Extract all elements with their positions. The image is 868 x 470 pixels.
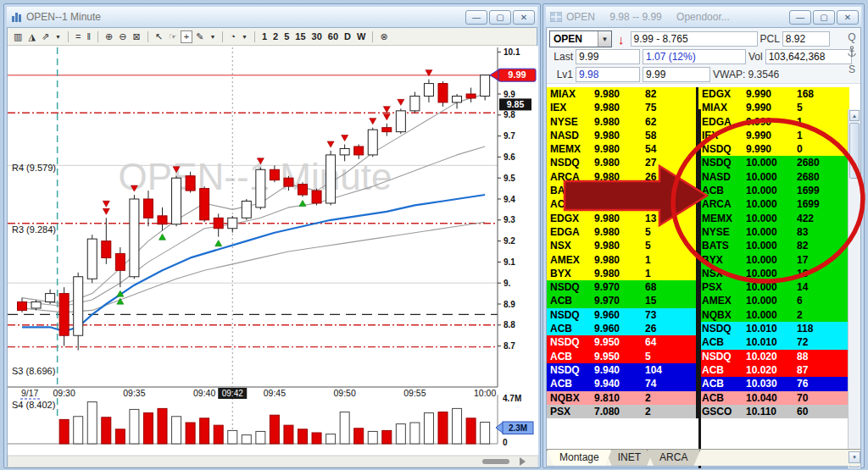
tab-arca[interactable]: ARCA [647, 450, 700, 466]
pointer-tool-icon[interactable]: ↖ [153, 31, 165, 42]
bid-row[interactable]: NSDQ9.98027 [547, 156, 696, 169]
hi-lo-field[interactable]: 9.99 - 8.765 [631, 31, 758, 47]
bid-row[interactable]: NSDQ9.97068 [547, 280, 696, 294]
ask-row[interactable]: ACB10.01072 [698, 335, 849, 349]
close-button[interactable]: ✕ [837, 10, 859, 25]
timeframe-button-5[interactable]: 5 [281, 30, 292, 42]
bid-row[interactable]: BYX9.9801 [547, 267, 696, 280]
chart-window-titlebar[interactable]: OPEN--1 Minute —▢✕ [7, 7, 537, 27]
pcl-field[interactable]: 8.92 [782, 31, 830, 47]
bid-row[interactable]: BATS9.98025 [547, 184, 696, 197]
pan-hand-icon[interactable]: ☞ [166, 31, 180, 42]
line-chart-icon[interactable]: ⇗ [39, 31, 52, 42]
bid-row[interactable]: NSX9.9805 [547, 239, 696, 252]
tab-scroll-button[interactable]: ▾ [849, 451, 860, 463]
ask-row[interactable]: NSDQ10.010118 [698, 322, 849, 335]
ask-row[interactable]: NSDQ9.9900 [698, 142, 849, 156]
level2-scrollbar[interactable]: ▲ ▼ [848, 109, 860, 468]
ask-row[interactable]: ACB10.02087 [698, 363, 849, 377]
ask-row[interactable]: GSCO10.11060 [698, 405, 849, 418]
bid-row[interactable]: AMEX9.9801 [547, 253, 696, 267]
ask-row[interactable]: MEMX10.000422 [698, 212, 849, 225]
change-field[interactable]: 1.07 (12%) [643, 49, 746, 64]
timeframe-button-D[interactable]: D [342, 30, 353, 42]
chart-canvas[interactable]: OPEN--1 MinuteR4 (9.579)R3 (9.284)S3 (8.… [8, 46, 537, 467]
ask-row[interactable]: ARCA10.0001699 [698, 197, 849, 211]
bid-row[interactable]: NQBX9.8102 [547, 391, 696, 405]
bid-row[interactable]: EDGX9.98013 [547, 212, 696, 225]
bid-row[interactable]: IEX9.98075 [547, 101, 696, 114]
timeframe-button-60[interactable]: 60 [326, 30, 341, 42]
draw-dropdown-icon[interactable]: ▼ [207, 33, 218, 41]
zoom-out-icon[interactable]: ⊖ [116, 31, 129, 42]
ask-row[interactable]: EDGX9.990168 [698, 87, 849, 101]
crosshair-tool-icon[interactable]: + [181, 30, 192, 43]
timeframe-button-1[interactable]: 1 [259, 30, 270, 42]
bid-row[interactable]: ACB9.94074 [547, 377, 696, 390]
horizontal-line-tool-icon[interactable]: = [73, 31, 83, 42]
bid-row[interactable]: NSDQ9.95064 [547, 335, 696, 349]
ask-row[interactable]: EDGA9.9901 [698, 115, 849, 129]
tab-inet[interactable]: INET [605, 450, 654, 466]
bid-row[interactable]: MEMX9.98054 [547, 142, 696, 156]
ask-row[interactable]: IEX9.9901 [698, 129, 849, 142]
maximize-button[interactable]: ▢ [489, 10, 511, 25]
ask-row[interactable]: ACB10.04070 [698, 391, 849, 405]
ask-row[interactable]: NYSE10.00083 [698, 225, 849, 239]
timeframe-button-W[interactable]: W [354, 30, 368, 42]
bid-row[interactable]: ACB9.96026 [547, 322, 696, 335]
symbol-combobox[interactable]: OPEN ▼ [549, 30, 612, 47]
price-chart[interactable]: OPEN--1 MinuteR4 (9.579)R3 (9.284)S3 (8.… [8, 46, 538, 467]
bid-row[interactable]: NSDQ9.96073 [547, 308, 696, 322]
chart-type-dropdown-icon[interactable]: ▼ [53, 33, 64, 41]
ask-row[interactable]: MIAX9.9905 [698, 101, 849, 114]
last-field[interactable]: 9.99 [576, 49, 640, 64]
bid-row[interactable]: NASD9.98058 [547, 129, 696, 142]
bid-row[interactable]: ACB9.9505 [547, 350, 696, 363]
ask-row[interactable]: PSX10.00014 [698, 280, 849, 294]
minimize-button[interactable]: — [465, 10, 487, 25]
remove-drawing-icon[interactable]: ⊗ [377, 31, 390, 42]
scroll-up-icon[interactable]: ▲ [849, 110, 860, 121]
ask-row[interactable]: NSX10.00016 [698, 267, 849, 280]
ask-row[interactable]: ACB10.0001699 [698, 184, 849, 197]
maximize-button[interactable]: ▢ [813, 10, 835, 25]
time-tool-icon[interactable]: ◔ [227, 31, 238, 42]
chevron-down-icon[interactable]: ▼ [598, 31, 611, 47]
ask-row[interactable]: NASD10.0002680 [698, 170, 849, 184]
bid-row[interactable]: NYSE9.98062 [547, 115, 696, 129]
scrollbar-thumb[interactable] [849, 123, 860, 179]
bid-row[interactable]: ARCA9.98026 [547, 170, 696, 184]
ask-row[interactable]: AMEX10.0006 [698, 294, 849, 307]
hscrollbar-thumb[interactable] [482, 459, 509, 464]
draw-tool-icon[interactable]: ✎ [193, 31, 206, 42]
time-dropdown-icon[interactable]: ▼ [239, 33, 250, 41]
area-chart-icon[interactable]: ◮ [25, 31, 37, 42]
bid-row[interactable]: ACB9.98022 [547, 197, 696, 211]
bid-field[interactable]: 9.98 [576, 67, 640, 82]
anchor-icon[interactable] [847, 46, 857, 60]
bid-row[interactable]: MIAX9.98082 [547, 87, 696, 101]
tab-montage[interactable]: Montage [547, 450, 612, 466]
bid-row[interactable]: ACB9.97015 [547, 294, 696, 307]
quote-q-icon[interactable]: Q [848, 31, 855, 43]
zoom-region-icon[interactable]: ⊠ [130, 31, 142, 42]
montage-window-titlebar[interactable]: OPEN 9.98 -- 9.99 Opendoor... —▢✕ [546, 7, 861, 27]
zoom-in-icon[interactable]: ⊕ [103, 31, 115, 42]
ask-row[interactable]: BATS10.00082 [698, 239, 849, 252]
minimize-button[interactable]: — [789, 10, 811, 25]
chart-hscrollbar[interactable] [8, 456, 538, 467]
ask-row[interactable]: NSDQ10.0002680 [698, 156, 849, 169]
timeframe-button-15[interactable]: 15 [292, 30, 308, 42]
ask-row[interactable]: BYX10.00017 [698, 253, 849, 267]
close-button[interactable]: ✕ [513, 10, 535, 25]
ask-row[interactable]: NSDQ10.02088 [698, 350, 849, 363]
timeframe-button-2[interactable]: 2 [270, 30, 281, 42]
ask-row[interactable]: ACB10.03076 [698, 377, 849, 390]
timeframe-button-30[interactable]: 30 [309, 30, 325, 42]
bid-row[interactable]: EDGA9.9805 [547, 225, 696, 239]
bid-row[interactable]: PSX7.0802 [547, 405, 696, 418]
volume-field[interactable]: 103,642,368 [765, 49, 852, 64]
bid-row[interactable]: NSDQ9.940104 [547, 363, 696, 377]
short-s-icon[interactable]: S [849, 64, 855, 75]
